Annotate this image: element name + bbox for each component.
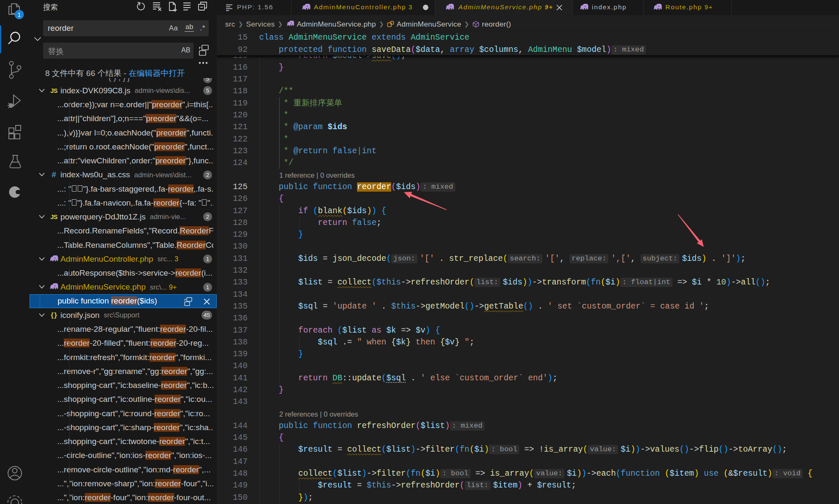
svg-text:1: 1 [18, 11, 21, 18]
